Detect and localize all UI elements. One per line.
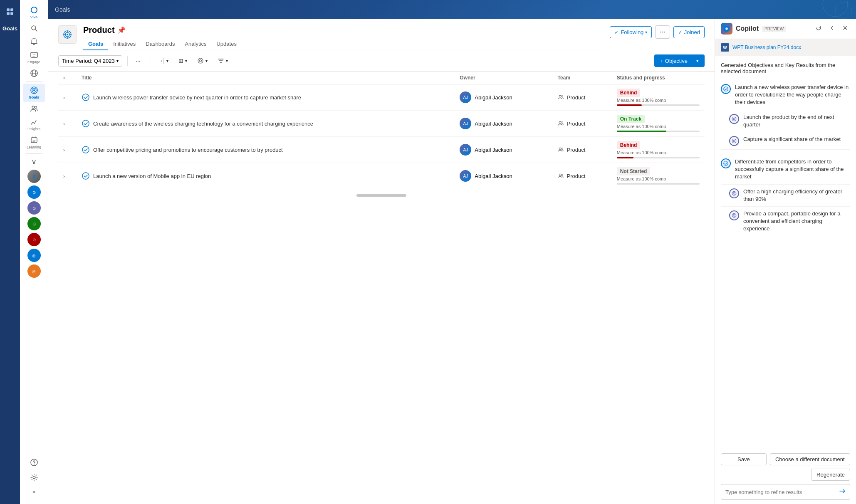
view-list-chevron-icon: ▾ (166, 59, 168, 63)
sidebar-avatar-3[interactable]: ⊙ (27, 201, 41, 215)
filter-chevron-icon: ▾ (205, 59, 208, 63)
okr-5-icon (729, 188, 739, 198)
view-list-btn[interactable]: →| ▾ (154, 55, 172, 66)
tab-updates[interactable]: Updates (211, 38, 241, 50)
copilot-doc-ref: W WPT Business plan FY24.docx (715, 39, 856, 56)
more-options-btn[interactable]: ··· (133, 56, 144, 66)
okr-6-text[interactable]: Provide a compact, portable design for a… (743, 210, 850, 233)
add-objective-button[interactable]: + Objective ▾ (654, 54, 705, 67)
row-2-title[interactable]: Create awareness of the wireless chargin… (93, 121, 313, 127)
okr-4-text[interactable]: Differentiate from competitors in order … (735, 158, 850, 181)
row-expand-cell-3: › (58, 137, 77, 163)
row-expand-cell-1: › (58, 84, 77, 111)
sidebar-item-explore[interactable] (23, 67, 45, 80)
row-1-owner-cell: AJ Abigail Jackson (455, 84, 552, 111)
joined-button[interactable]: ✓ Joined (673, 26, 705, 38)
sidebar-item-goals[interactable]: Goals (23, 84, 45, 102)
sidebar-item-learning[interactable]: Learning (23, 133, 45, 152)
toolbar: Time Period: Q4 2023 ▾ ··· →| ▾ ⊞ ▾ (48, 50, 715, 72)
copilot-close-btn[interactable] (840, 23, 850, 35)
okr-3-text[interactable]: Capture a significant share of the marke… (743, 136, 841, 143)
chat-input[interactable] (725, 489, 836, 495)
scroll-thumb[interactable] (356, 194, 406, 197)
copilot-header-actions (814, 23, 850, 35)
tab-dashboards[interactable]: Dashboards (141, 38, 180, 50)
sidebar-item-expand-all[interactable]: » (23, 486, 45, 497)
copilot-logo-icon (721, 23, 732, 35)
row-4-expand-icon[interactable]: › (63, 173, 65, 179)
copilot-header: Copilot PREVIEW (715, 19, 856, 39)
svg-point-38 (733, 118, 735, 119)
row-3-title[interactable]: Offer competitive pricing and promotions… (93, 147, 283, 153)
row-1-owner: Abigail Jackson (475, 94, 512, 101)
row-1-team: Product (567, 94, 586, 101)
sidebar-avatar-2[interactable]: ⊙ (27, 185, 41, 199)
sidebar-item-insights[interactable]: Insights (23, 115, 45, 133)
sidebar-item-help[interactable] (23, 456, 45, 469)
sidebar-expand-btn[interactable]: ∨ (30, 156, 38, 168)
sidebar-avatar-5[interactable]: ⊙ (27, 233, 41, 246)
row-4-title[interactable]: Launch a new version of Mobile app in EU… (93, 173, 211, 179)
goal-1-icon (82, 93, 90, 101)
row-1-avatar: AJ (460, 91, 471, 103)
time-period-dropdown[interactable]: Time Period: Q4 2023 ▾ (58, 55, 122, 67)
team-1-icon (558, 94, 564, 101)
following-button[interactable]: ✓ Following ▾ (610, 26, 652, 38)
row-1-title[interactable]: Launch wireless power transfer device by… (93, 94, 301, 101)
col-expand: › (58, 72, 77, 84)
sidebar-item-engage[interactable]: Engage (23, 48, 45, 67)
row-1-status-badge: Behind (617, 89, 641, 97)
tab-goals[interactable]: Goals (83, 38, 108, 50)
okr-1-icon (721, 84, 731, 94)
row-1-title-cell: Launch wireless power transfer device by… (77, 84, 455, 111)
view-group-btn[interactable]: ▾ (214, 55, 231, 66)
svg-point-12 (33, 89, 35, 91)
svg-point-33 (82, 173, 89, 179)
view-grid-btn[interactable]: ⊞ ▾ (175, 55, 190, 66)
copilot-back-btn[interactable] (827, 23, 837, 35)
regenerate-button[interactable]: Regenerate (811, 469, 850, 481)
sidebar-item-search[interactable] (23, 22, 45, 35)
okr-item-6: Provide a compact, portable design for a… (721, 207, 850, 236)
view-filter-btn[interactable]: ▾ (194, 55, 211, 66)
tab-analytics[interactable]: Analytics (180, 38, 211, 50)
sidebar-item-viva[interactable]: Viva (23, 3, 45, 22)
footer-actions: Save Choose a different document (721, 453, 850, 465)
send-button[interactable] (839, 488, 846, 496)
sidebar-avatar-1[interactable]: 👤 (27, 170, 41, 183)
row-3-expand-icon[interactable]: › (63, 147, 65, 153)
copilot-refresh-btn[interactable] (814, 23, 824, 35)
sidebar-avatar-6[interactable]: ◎ (27, 249, 41, 262)
sidebar-item-people[interactable] (23, 102, 45, 115)
row-3-status-cell: Behind Measure as 100% comp (612, 137, 705, 163)
okr-5-text[interactable]: Offer a high charging efficiency of grea… (743, 188, 850, 203)
okr-2-icon (729, 114, 739, 124)
okr-section: Launch a new wireless power transfer dev… (721, 80, 850, 236)
okr-1-text[interactable]: Launch a new wireless power transfer dev… (735, 84, 850, 106)
row-4-team-cell: Product (553, 163, 612, 189)
col-title: Title (77, 72, 455, 84)
row-3-team: Product (567, 147, 586, 153)
sidebar-bottom-icons: » (23, 456, 45, 501)
svg-point-22 (198, 58, 203, 63)
sidebar-item-settings[interactable] (23, 471, 45, 484)
save-button[interactable]: Save (721, 453, 767, 465)
row-1-expand-icon[interactable]: › (63, 95, 65, 101)
expand-all-btn[interactable]: › (63, 75, 65, 81)
sidebar-avatar-4[interactable]: ⊙ (27, 217, 41, 230)
sidebar-separator (26, 82, 42, 82)
tab-initiatives[interactable]: Initiatives (108, 38, 141, 50)
row-2-expand-icon[interactable]: › (63, 121, 65, 127)
more-button[interactable]: ··· (655, 25, 670, 39)
copilot-generated-label: Generated Objectives and Key Results fro… (721, 62, 850, 74)
apps-icon[interactable] (2, 4, 17, 19)
row-4-status-badge: Not Started (617, 167, 651, 175)
copilot-preview-badge: PREVIEW (762, 26, 786, 32)
sidebar-avatar-7[interactable]: ◎ (27, 264, 41, 278)
page-header: Product 📌 Goals Initiatives Dashboards A… (48, 19, 715, 50)
choose-doc-button[interactable]: Choose a different document (770, 453, 850, 465)
copilot-doc-name[interactable]: WPT Business plan FY24.docx (732, 44, 801, 50)
sidebar-item-notifications[interactable] (23, 35, 45, 48)
okr-2-text[interactable]: Launch the product by the end of next qu… (743, 114, 850, 128)
svg-point-36 (724, 87, 728, 91)
